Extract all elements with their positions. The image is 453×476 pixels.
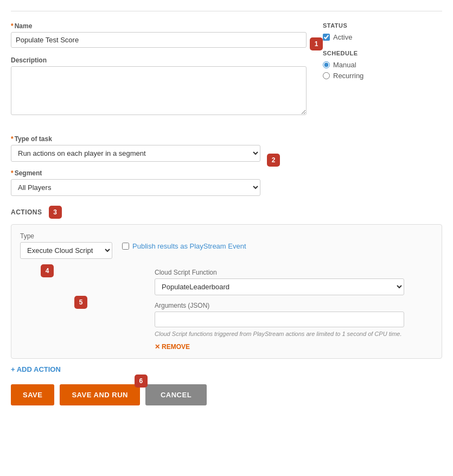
schedule-manual-radio[interactable] (323, 61, 330, 68)
status-title: STATUS (323, 22, 442, 29)
segment-field-group: *Segment All Players (11, 169, 260, 196)
cloud-script-select[interactable]: PopulateLeaderboard (155, 278, 404, 295)
cloud-script-label: Cloud Script Function (155, 269, 433, 276)
schedule-section: SCHEDULE Manual Recurring (323, 50, 442, 80)
schedule-recurring-label[interactable]: Recurring (333, 72, 363, 80)
save-run-button[interactable]: SAVE AND RUN (60, 384, 140, 405)
active-checkbox[interactable] (323, 34, 330, 41)
publish-row: Publish results as PlayStream Event (122, 232, 246, 250)
description-label: Description (11, 56, 307, 64)
schedule-manual-row: Manual (323, 61, 442, 69)
actions-title-row: ACTIONS 3 (11, 206, 442, 219)
name-input[interactable] (11, 32, 307, 48)
badge-6: 6 (135, 375, 148, 388)
required-star-name: * (11, 22, 14, 30)
name-label: *Name (11, 22, 307, 30)
cancel-button[interactable]: CANCEL (145, 384, 207, 405)
task-type-select[interactable]: Run actions on each player in a segment (11, 145, 260, 162)
form-left: *Name 1 Description (11, 22, 307, 125)
remove-link[interactable]: ✕ REMOVE (155, 343, 190, 351)
top-border (11, 11, 442, 11)
description-input[interactable] (11, 66, 307, 115)
publish-checkbox[interactable] (122, 243, 129, 250)
badge-2: 2 (267, 154, 280, 167)
schedule-title: SCHEDULE (323, 50, 442, 56)
status-section: STATUS Active (323, 22, 442, 41)
add-action-row: + ADD ACTION (11, 365, 442, 373)
add-action-link[interactable]: + ADD ACTION (11, 365, 61, 373)
active-checkbox-row: Active (323, 33, 442, 41)
schedule-manual-label[interactable]: Manual (333, 61, 356, 69)
arguments-input[interactable] (155, 312, 404, 327)
schedule-recurring-row: Recurring (323, 72, 442, 80)
remove-row: ✕ REMOVE (20, 342, 433, 351)
task-type-field-group: *Type of task Run actions on each player… (11, 135, 260, 162)
action-type-select[interactable]: Execute Cloud Script (20, 242, 112, 259)
badge-1: 1 (310, 37, 323, 50)
task-type-label: *Type of task (11, 135, 260, 143)
bottom-buttons: SAVE SAVE AND RUN 6 CANCEL (11, 384, 442, 405)
actions-card: Type Execute Cloud Script 4 Publish resu… (11, 224, 442, 359)
arguments-label: Arguments (JSON) (155, 302, 433, 309)
name-field-group: *Name 1 (11, 22, 307, 48)
cloud-function-group: Cloud Script Function PopulateLeaderboar… (20, 269, 433, 295)
segment-select[interactable]: All Players (11, 179, 260, 196)
type-col: Type Execute Cloud Script 4 (20, 232, 112, 259)
save-button[interactable]: SAVE (11, 384, 54, 405)
form-layout: *Name 1 Description STATUS (11, 22, 442, 125)
actions-section: ACTIONS 3 Type Execute Cloud Script 4 (11, 206, 442, 373)
actions-type-row: Type Execute Cloud Script 4 Publish resu… (20, 232, 433, 259)
required-star-task: * (11, 135, 14, 143)
active-label[interactable]: Active (333, 33, 352, 41)
segment-label: *Segment (11, 169, 260, 177)
description-field-group: Description (11, 56, 307, 117)
publish-label[interactable]: Publish results as PlayStream Event (132, 242, 246, 250)
badge-3: 3 (49, 206, 62, 219)
schedule-recurring-radio[interactable] (323, 72, 330, 79)
required-star-segment: * (11, 169, 14, 177)
type-col-label: Type (20, 232, 112, 240)
badge-5: 5 (74, 296, 87, 309)
remove-x-icon: ✕ (155, 343, 160, 351)
form-right: STATUS Active SCHEDULE Manual Recurring (323, 22, 442, 125)
page-container: *Name 1 Description STATUS (0, 0, 453, 416)
cpu-note: Cloud Script functions triggered from Pl… (155, 331, 404, 337)
badge-4: 4 (41, 264, 54, 277)
actions-title: ACTIONS (11, 208, 42, 216)
